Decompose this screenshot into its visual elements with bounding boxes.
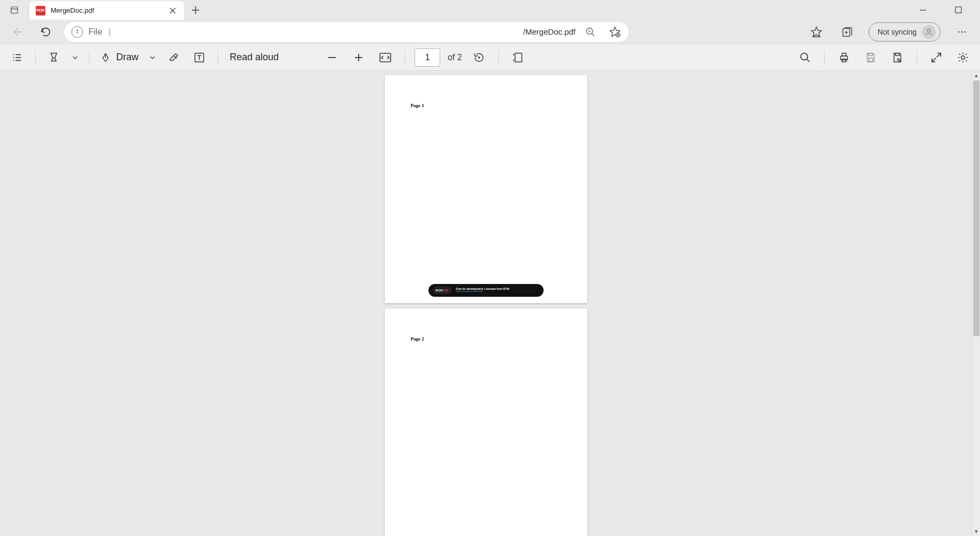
- text-box-icon: [193, 52, 205, 63]
- svg-rect-43: [515, 53, 522, 62]
- divider: [498, 50, 499, 65]
- svg-point-10: [77, 30, 77, 30]
- page-number-input[interactable]: [415, 48, 440, 67]
- pdf-page-1: Page 1 IRON PDF Free for development. Li…: [385, 75, 587, 303]
- save-button[interactable]: [861, 48, 880, 67]
- svg-line-55: [932, 58, 936, 61]
- svg-point-42: [479, 56, 480, 58]
- page-view-icon: [512, 52, 524, 63]
- zoom-out-indicator-button[interactable]: [581, 23, 600, 40]
- highlight-dropdown-button[interactable]: [70, 48, 80, 67]
- pdf-settings-button[interactable]: [953, 48, 973, 67]
- svg-point-25: [961, 31, 963, 33]
- scroll-down-button[interactable]: ▼: [972, 527, 980, 536]
- sync-label: Not syncing: [878, 28, 917, 36]
- tab-close-button[interactable]: [167, 5, 179, 17]
- fullscreen-button[interactable]: [927, 48, 946, 67]
- chevron-down-icon: [149, 54, 156, 61]
- svg-line-54: [937, 53, 941, 56]
- minimize-icon: [919, 6, 927, 14]
- rotate-button[interactable]: [469, 48, 489, 67]
- pdf-favicon-icon: PDF: [36, 6, 45, 15]
- new-tab-button[interactable]: [184, 0, 207, 20]
- address-bar[interactable]: File | /MergeDoc.pdf: [64, 22, 629, 42]
- zoom-out-button[interactable]: [322, 48, 342, 67]
- window-controls: [911, 0, 977, 20]
- expand-icon: [930, 52, 942, 63]
- divider: [404, 50, 405, 65]
- page2-heading: Page 2: [411, 336, 424, 342]
- browser-menu-button[interactable]: [952, 22, 971, 42]
- tab-actions-button[interactable]: [0, 0, 29, 20]
- tab-actions-icon: [10, 5, 19, 15]
- draw-dropdown-button[interactable]: [147, 48, 158, 67]
- highlighter-icon: [48, 52, 60, 63]
- info-icon: [75, 29, 80, 35]
- svg-point-23: [927, 29, 930, 31]
- nav-refresh-button[interactable]: [36, 22, 55, 42]
- logo-iron: IRON: [435, 289, 443, 292]
- refresh-icon: [40, 26, 52, 38]
- address-scheme: File: [88, 27, 102, 37]
- page-view-button[interactable]: [508, 48, 528, 67]
- maximize-icon: [955, 6, 962, 13]
- save-edit-icon: [892, 52, 903, 63]
- erase-button[interactable]: [164, 48, 183, 67]
- watermark-line2: https://ironpdf.com/licensing: [456, 290, 509, 293]
- scroll-up-button[interactable]: ▲: [972, 71, 980, 80]
- window-maximize-button[interactable]: [946, 2, 970, 19]
- highlight-button[interactable]: [44, 48, 63, 67]
- divider: [217, 50, 218, 65]
- add-text-button[interactable]: [190, 48, 209, 67]
- favorites-icon: [811, 26, 822, 38]
- address-path: /MergeDoc.pdf: [523, 27, 576, 36]
- profile-sync-button[interactable]: Not syncing: [869, 22, 941, 42]
- list-icon: [11, 52, 23, 63]
- svg-rect-48: [841, 56, 848, 60]
- svg-marker-18: [812, 27, 821, 36]
- plus-icon: [191, 6, 200, 14]
- browser-titlebar: PDF MergeDoc.pdf: [0, 0, 980, 20]
- svg-point-46: [801, 53, 808, 60]
- read-aloud-button[interactable]: Read aloud: [226, 48, 282, 67]
- favorites-button[interactable]: [807, 22, 826, 42]
- address-cursor: |: [109, 27, 111, 37]
- fit-width-button[interactable]: [376, 48, 395, 67]
- save-icon: [865, 52, 877, 63]
- window-minimize-button[interactable]: [911, 2, 935, 19]
- site-info-button[interactable]: [71, 26, 83, 38]
- scrollbar-thumb[interactable]: [973, 80, 979, 336]
- browser-tab[interactable]: PDF MergeDoc.pdf: [29, 1, 184, 20]
- profile-avatar-icon: [922, 25, 936, 39]
- divider: [89, 50, 90, 65]
- draw-label: Draw: [116, 52, 139, 63]
- svg-point-24: [958, 31, 960, 33]
- pdf-toolbar: Draw Read aloud of 2: [0, 44, 980, 71]
- svg-rect-49: [842, 53, 846, 56]
- svg-rect-0: [11, 7, 18, 13]
- gear-icon: [957, 52, 969, 63]
- rotate-icon: [473, 52, 485, 63]
- page-controls: of 2: [322, 48, 528, 67]
- svg-point-56: [961, 55, 965, 59]
- zoom-in-button[interactable]: [349, 48, 368, 67]
- browser-toolbar: File | /MergeDoc.pdf Not syncing: [0, 20, 980, 44]
- page1-heading: Page 1: [411, 103, 424, 108]
- vertical-scrollbar[interactable]: ▲ ▼: [971, 71, 980, 536]
- close-icon: [169, 7, 176, 14]
- collections-button[interactable]: [838, 22, 857, 42]
- save-as-button[interactable]: [888, 48, 907, 67]
- contents-button[interactable]: [7, 48, 27, 67]
- favorite-add-button[interactable]: [605, 23, 625, 40]
- browser-right-icons: Not syncing: [807, 22, 971, 42]
- nav-back-button[interactable]: [9, 22, 28, 42]
- svg-point-26: [965, 31, 966, 33]
- pen-icon: [100, 52, 111, 63]
- find-button[interactable]: [796, 48, 815, 67]
- draw-button[interactable]: Draw: [98, 48, 141, 67]
- print-button[interactable]: [835, 48, 854, 67]
- ellipsis-icon: [957, 27, 967, 37]
- pdf-viewport[interactable]: Page 1 IRON PDF Free for development. Li…: [0, 71, 971, 536]
- chevron-down-icon: [72, 54, 78, 61]
- page-count-label: of 2: [448, 53, 462, 62]
